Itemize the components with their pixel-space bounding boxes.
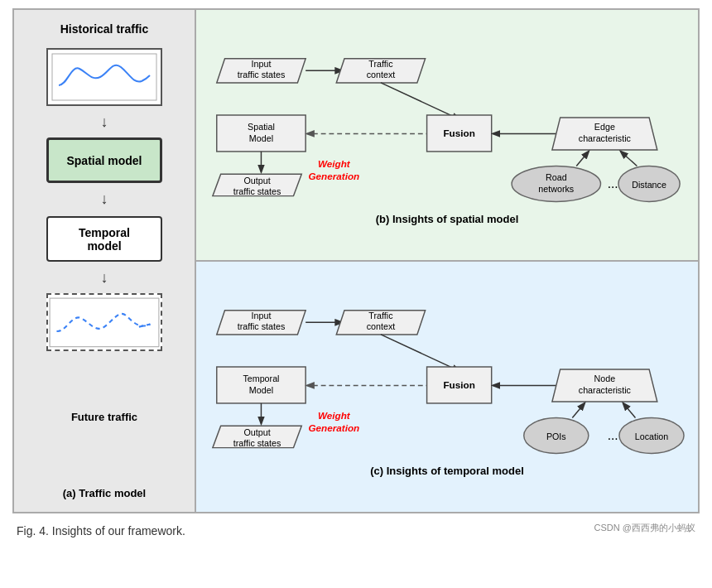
historical-traffic-label: Historical traffic	[60, 22, 149, 36]
historical-wave-svg	[51, 52, 158, 102]
footer-row: Fig. 4. Insights of our framework. CSDN …	[12, 518, 700, 537]
svg-text:traffic states: traffic states	[233, 438, 281, 448]
svg-text:...: ...	[608, 428, 618, 442]
svg-text:Node: Node	[594, 374, 616, 383]
top-right-panel: Input traffic states Traffic context Spa…	[196, 10, 698, 262]
svg-line-30	[576, 152, 589, 166]
svg-text:networks: networks	[538, 184, 574, 194]
future-traffic-label: Future traffic	[71, 411, 137, 423]
arrow-down-1: ↓	[101, 114, 108, 129]
svg-text:Output: Output	[243, 427, 270, 437]
svg-text:...: ...	[608, 176, 618, 190]
svg-text:Generation: Generation	[308, 422, 359, 433]
panel-c-caption: (c) Insights of temporal model	[209, 465, 686, 477]
svg-text:Input: Input	[252, 59, 272, 69]
svg-text:Model: Model	[249, 133, 273, 143]
spatial-flow-svg: Input traffic states Traffic context Spa…	[209, 20, 686, 210]
svg-text:characteristic: characteristic	[579, 385, 632, 395]
svg-text:context: context	[367, 321, 396, 331]
right-panels: Input traffic states Traffic context Spa…	[196, 10, 698, 512]
svg-text:Weight: Weight	[318, 410, 351, 421]
panel-b-caption: (b) Insights of spatial model	[209, 213, 686, 225]
svg-text:Edge: Edge	[594, 122, 615, 132]
historical-waveform	[46, 48, 162, 106]
arrow-down-3: ↓	[101, 270, 108, 285]
svg-text:POIs: POIs	[546, 431, 566, 441]
svg-text:Location: Location	[635, 431, 669, 441]
panel-a-caption: (a) Traffic model	[63, 483, 146, 499]
main-container: Historical traffic ↓ Spatial model ↓ Tem…	[0, 0, 712, 546]
svg-text:Model: Model	[249, 385, 273, 395]
svg-text:Fusion: Fusion	[443, 379, 474, 390]
svg-text:Generation: Generation	[308, 171, 359, 181]
svg-text:Temporal: Temporal	[243, 374, 279, 383]
bottom-right-panel: Input traffic states Traffic context Tem…	[196, 262, 698, 512]
svg-text:Fusion: Fusion	[443, 128, 474, 138]
svg-rect-1	[50, 298, 159, 347]
svg-text:traffic states: traffic states	[238, 70, 286, 80]
svg-text:context: context	[367, 70, 396, 80]
svg-text:Input: Input	[252, 311, 272, 321]
svg-text:Traffic: Traffic	[368, 59, 393, 69]
svg-text:Distance: Distance	[632, 180, 666, 190]
svg-line-34	[621, 152, 637, 166]
temporal-model-box: Temporalmodel	[46, 216, 162, 262]
future-wave-svg	[48, 296, 161, 349]
svg-text:traffic states: traffic states	[233, 186, 281, 196]
svg-line-10	[381, 83, 459, 119]
diagram-outer: Historical traffic ↓ Spatial model ↓ Tem…	[12, 8, 700, 513]
svg-text:traffic states: traffic states	[238, 321, 286, 331]
svg-text:Spatial: Spatial	[248, 122, 275, 132]
watermark: CSDN @西西弗的小蚂蚁	[594, 522, 695, 534]
arrow-down-2: ↓	[101, 191, 108, 206]
left-panel: Historical traffic ↓ Spatial model ↓ Tem…	[14, 10, 196, 512]
svg-text:Traffic: Traffic	[368, 311, 393, 321]
svg-text:Road: Road	[546, 172, 567, 182]
svg-text:Output: Output	[243, 176, 270, 186]
future-waveform	[46, 293, 162, 351]
svg-text:Weight: Weight	[318, 158, 351, 169]
temporal-flow-svg: Input traffic states Traffic context Tem…	[209, 272, 686, 462]
svg-line-65	[623, 403, 636, 418]
figure-caption: Fig. 4. Insights of our framework.	[17, 524, 185, 537]
svg-text:characteristic: characteristic	[579, 133, 632, 143]
svg-line-61	[572, 403, 585, 418]
spatial-model-box: Spatial model	[46, 137, 162, 183]
svg-line-42	[381, 335, 459, 371]
